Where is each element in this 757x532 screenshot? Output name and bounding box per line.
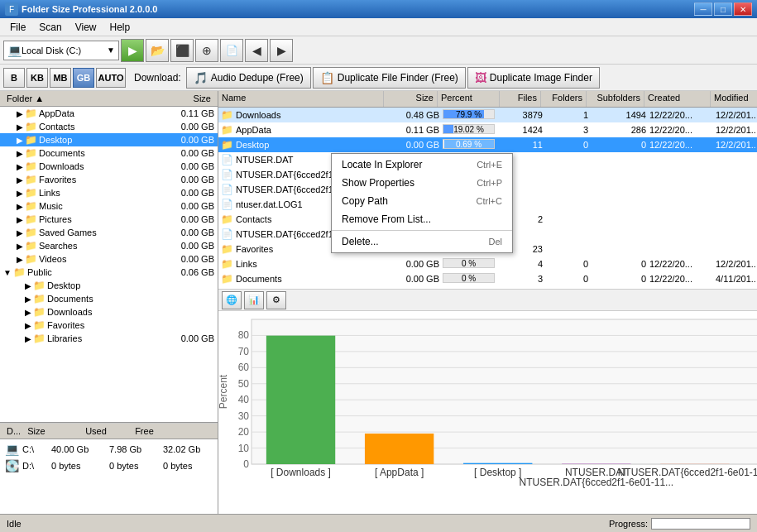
tree-item[interactable]: ▶ 📁 Saved Games 0.00 GB [0,226,218,239]
tree-item[interactable]: ▶ 📁 Music 0.00 GB [0,199,218,213]
tree-item[interactable]: ▶ 📁 Downloads [0,305,218,319]
tree-expand-icon[interactable]: ▶ [17,162,23,171]
maximize-button[interactable]: □ [714,2,732,16]
tree-expand-icon[interactable]: ▼ [3,268,12,277]
size-auto-button[interactable]: AUTO [96,68,126,88]
tree-item[interactable]: ▶ 📁 Desktop [0,279,218,292]
context-menu-item[interactable]: Copy Path Ctrl+C [332,192,512,210]
menu-help[interactable]: Help [103,20,137,35]
refresh-button[interactable]: 📄 [220,39,243,62]
drive-selector[interactable]: 💻 Local Disk (C:) ▼ [3,41,119,60]
tree-item[interactable]: ▶ 📁 Searches 0.00 GB [0,239,218,252]
tree-item[interactable]: ▶ 📁 Contacts 0.00 GB [0,120,218,133]
context-item-label: Remove From List... [342,213,431,225]
size-gb-button[interactable]: GB [73,68,94,88]
duplicate-file-button[interactable]: 📋 Duplicate File Finder (Free) [313,67,466,89]
context-menu-item[interactable]: Delete... Del [332,232,512,251]
progress-container: Progress: [609,518,750,530]
drive-item-used: 0 bytes [109,461,163,471]
tree-expand-icon[interactable]: ▶ [17,215,23,224]
tree-expand-icon[interactable]: ▶ [17,136,23,145]
col-subfolders[interactable]: Subfolders [587,91,644,107]
file-item[interactable]: 📁 Desktop 0.00 GB 0.69 % 11 0 0 12/22/20… [218,137,757,152]
tree-expand-icon[interactable]: ▶ [17,255,23,264]
drive-item[interactable]: 💻 C:\ 40.00 Gb 7.98 Gb 32.02 Gb [2,441,216,458]
menu-view[interactable]: View [69,20,103,35]
tree-expand-icon[interactable]: ▶ [17,228,23,237]
back-button[interactable]: ◀ [245,39,268,62]
file-item-created: 12/22/20... [649,274,716,284]
tree-item[interactable]: ▼ 📁 Public 0.06 GB [0,266,218,279]
tree-item[interactable]: ▶ 📁 Favorites 0.00 GB [0,173,218,186]
size-kb-button[interactable]: KB [26,68,48,88]
file-item[interactable]: 📁 Downloads 0.48 GB 79.9 % 3879 1 1494 1… [218,108,757,122]
col-modified[interactable]: Modified [711,91,757,107]
context-menu-item[interactable]: Show Properties Ctrl+P [332,174,512,192]
tree-expand-icon[interactable]: ▶ [25,295,31,304]
chart-bar-button[interactable]: 📊 [244,291,264,309]
tree-item[interactable]: ▶ 📁 Favorites [0,319,218,332]
col-size[interactable]: Size [384,91,438,107]
open-folder-button[interactable]: 📂 [146,39,169,62]
tree-expand-icon[interactable]: ▶ [25,281,31,290]
size-col-header[interactable]: Size [156,93,214,104]
play-button[interactable]: ▶ [121,39,144,62]
tree-expand-icon[interactable]: ▶ [17,202,23,211]
tree-expand-icon[interactable]: ▶ [17,189,23,198]
filter-button[interactable]: ⊕ [195,39,218,62]
file-item-name: AppData [236,125,389,135]
size-b-button[interactable]: B [3,68,25,88]
file-item-pct: 0 % [443,258,505,270]
tree-item[interactable]: ▶ 📁 Videos 0.00 GB [0,252,218,266]
tree-expand-icon[interactable]: ▶ [17,109,23,118]
tree-expand-icon[interactable]: ▶ [17,149,23,158]
col-percent[interactable]: Percent [438,91,500,107]
tree-item[interactable]: ▶ 📁 Libraries 0.00 GB [0,332,218,345]
menu-scan[interactable]: Scan [32,20,68,35]
tree-expand-icon[interactable]: ▶ [25,308,31,317]
drive-col-d: D... [3,425,24,437]
tree-item-size: 0.00 GB [164,161,218,171]
file-item-icon: 📁 [221,243,233,255]
col-name[interactable]: Name [218,91,384,107]
tree-item-name: Contacts [39,122,164,132]
tree-item[interactable]: ▶ 📁 Desktop 0.00 GB [0,133,218,146]
tree-expand-icon[interactable]: ▶ [17,242,23,251]
file-item[interactable]: 📁 Links 0.00 GB 0 % 4 0 0 12/22/20... 12… [218,256,757,271]
context-menu-item[interactable]: Locate In Explorer Ctrl+E [332,156,512,174]
tree-item[interactable]: ▶ 📁 Links 0.00 GB [0,186,218,199]
duplicate-image-button[interactable]: 🖼 Duplicate Image Finder [467,67,600,89]
forward-button[interactable]: ▶ [270,39,293,62]
drive-item-free: 32.02 Gb [163,444,213,454]
tree-expand-icon[interactable]: ▶ [25,321,31,330]
tree-item[interactable]: ▶ 📁 Pictures 0.00 GB [0,213,218,226]
minimize-button[interactable]: ─ [694,2,712,16]
menu-file[interactable]: File [3,20,32,35]
tree-expand-icon[interactable]: ▶ [25,334,31,343]
col-files[interactable]: Files [500,91,541,107]
audio-dedupe-button[interactable]: 🎵 Audio Dedupe (Free) [186,67,311,89]
file-item[interactable]: 📁 Documents 0.00 GB 0 % 3 0 0 12/22/20..… [218,271,757,286]
folder-col-header[interactable]: Folder ▲ [3,93,156,104]
file-item[interactable]: 📁 AppData 0.11 GB 19.02 % 1424 3 286 12/… [218,122,757,137]
chart-globe-button[interactable]: 🌐 [222,291,242,309]
tree-expand-icon[interactable]: ▶ [17,175,23,185]
dup-img-icon: 🖼 [475,71,486,84]
tree-item-name: Downloads [39,161,164,171]
size-mb-button[interactable]: MB [50,68,71,88]
drive-item-size: 40.00 Gb [51,444,109,454]
svg-rect-23 [365,434,434,464]
tree-item[interactable]: ▶ 📁 Downloads 0.00 GB [0,160,218,173]
tree-expand-icon[interactable]: ▶ [17,122,23,132]
svg-text:NTUSER.DAT{6cced2f1-6e01-11...: NTUSER.DAT{6cced2f1-6e01-11... [618,467,757,478]
col-created[interactable]: Created [644,91,711,107]
tree-item[interactable]: ▶ 📁 Documents [0,292,218,305]
context-menu-item[interactable]: Remove From List... [332,210,512,228]
close-button[interactable]: ✕ [734,2,752,16]
chart-settings-button[interactable]: ⚙ [266,291,286,309]
stop-button[interactable]: ⬛ [170,39,194,62]
drive-item[interactable]: 💽 D:\ 0 bytes 0 bytes 0 bytes [2,458,216,474]
tree-item[interactable]: ▶ 📁 AppData 0.11 GB [0,107,218,120]
col-folders[interactable]: Folders [541,91,587,107]
tree-item[interactable]: ▶ 📁 Documents 0.00 GB [0,146,218,160]
